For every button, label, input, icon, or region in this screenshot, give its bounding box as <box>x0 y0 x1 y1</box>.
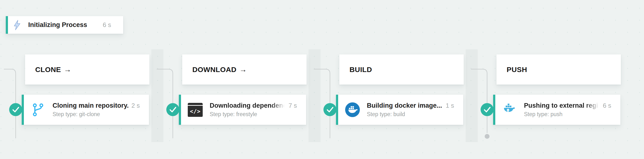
terminal-code-icon: </> <box>188 103 203 117</box>
stage-push: PUSH Pushing to external registr <box>472 0 628 159</box>
stage-label: PUSH <box>506 66 527 74</box>
step-card-push[interactable]: Pushing to external registry... 6 s Step… <box>493 95 620 125</box>
stage-clone: CLONE → Cloning main repository... 2 s <box>0 0 157 159</box>
pipeline-canvas: { "colors": { "success_teal": "#2eb6a2",… <box>0 0 644 159</box>
step-title: Downloading dependency lib f <box>210 102 286 109</box>
docker-push-whale-icon <box>502 103 517 117</box>
stage-arrow-icon: → <box>239 65 247 74</box>
stage-label: CLONE <box>35 66 61 74</box>
step-card-git-clone[interactable]: Cloning main repository... 2 s Step type… <box>22 95 149 125</box>
step-type-label: Step type: git-clone <box>52 111 140 118</box>
stage-build: BUILD Building docker image... 1 s <box>314 0 472 159</box>
stage-label: DOWNLOAD <box>192 66 236 74</box>
stage-header-build: BUILD <box>339 54 464 84</box>
docker-whale-icon <box>345 102 360 117</box>
stage-arrow-icon: → <box>64 65 71 74</box>
step-type-label: Step type: push <box>524 111 611 118</box>
success-check-badge <box>166 103 179 116</box>
stage-header-download: DOWNLOAD → <box>182 54 306 84</box>
stage-download: DOWNLOAD → </> Downloading dependency li… <box>157 0 314 159</box>
step-duration: 6 s <box>603 102 611 109</box>
step-card-build[interactable]: Building docker image... 1 s Step type: … <box>336 95 463 125</box>
step-type-label: Step type: build <box>367 111 454 118</box>
step-card-freestyle[interactable]: </> Downloading dependency lib f 7 s Ste… <box>179 95 306 125</box>
success-check-badge <box>480 103 494 116</box>
step-title: Cloning main repository... <box>52 102 129 109</box>
success-check-badge <box>324 103 336 116</box>
step-duration: 7 s <box>288 102 297 109</box>
step-duration: 1 s <box>446 102 454 109</box>
success-check-badge <box>9 103 22 116</box>
step-duration: 2 s <box>131 102 140 109</box>
step-title: Pushing to external registry... <box>524 102 600 109</box>
stage-header-clone: CLONE → <box>25 54 150 84</box>
git-branch-icon <box>30 103 46 117</box>
step-type-label: Step type: freestyle <box>210 111 297 118</box>
stage-header-push: PUSH <box>496 54 621 84</box>
step-title: Building docker image... <box>367 102 443 109</box>
stage-label: BUILD <box>350 66 372 74</box>
